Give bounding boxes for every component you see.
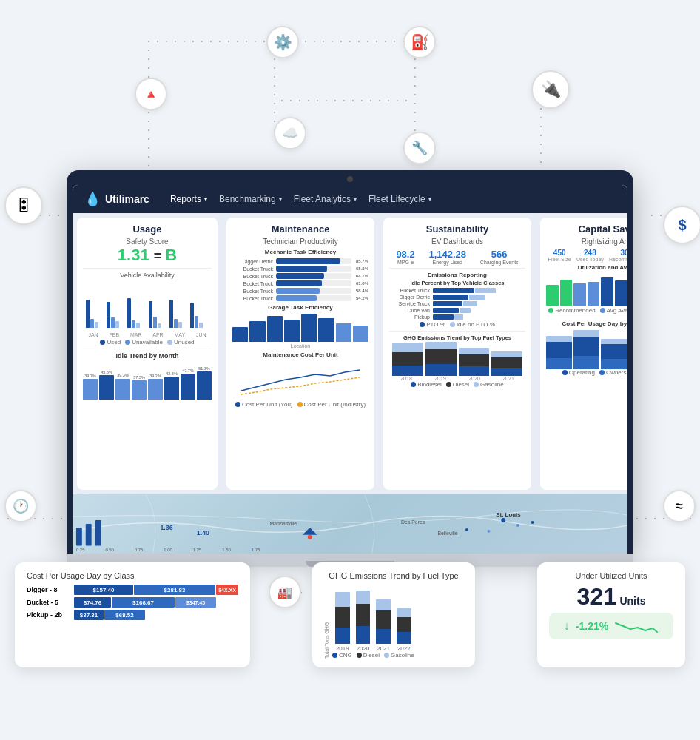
garage-efficiency-chart <box>232 312 368 342</box>
month-labels: JANFEBMARAPRMAYJUN <box>83 332 212 337</box>
charging-label: Charging Events <box>480 260 519 265</box>
ghg-year-labels: 2018201920202021 <box>389 376 525 381</box>
energy-label: Energy Used <box>428 260 466 265</box>
svg-rect-8 <box>76 528 82 546</box>
svg-rect-9 <box>86 524 92 546</box>
dashboard-icon: 🎛 <box>4 186 43 225</box>
nav-chevron2: ▾ <box>279 196 282 203</box>
cost-row-bucket: Bucket - 5 $74.76 $166.67 $347.45 <box>27 597 238 608</box>
idle-trend-label: Idle Trend by Month <box>83 352 212 360</box>
cost-row-digger: Digger - 8 $157.40 $281.83 $4X.XX <box>27 585 238 595</box>
bottom-section: Cost Per Usage Day by Class Digger - 8 $… <box>0 562 700 667</box>
svg-text:1.75: 1.75 <box>252 548 260 553</box>
ghg-card-legend: CNG Diesel Gasoline <box>332 652 414 659</box>
nav-benchmarking[interactable]: Benchmarking ▾ <box>219 194 282 204</box>
cost-card-title: Cost Per Usage Day by Class <box>27 571 238 580</box>
ev-stats: 98.2 MPG-e 1,142.28 Energy Used 566 Char… <box>389 249 525 265</box>
svg-text:0.75: 0.75 <box>135 548 144 553</box>
garage-title: Garage Task Efficiency <box>232 304 368 311</box>
underutil-pct: -1.21% <box>576 620 608 632</box>
util-title: Utilization and Availability <box>546 264 627 271</box>
svg-text:1.40: 1.40 <box>197 529 209 536</box>
maintenance-title: Maintenance <box>232 223 368 235</box>
nav-links[interactable]: Reports ▾ Benchmarking ▾ Fleet Analytics… <box>170 194 431 204</box>
maintenance-panel: Maintenance Technician Productivity Mech… <box>226 218 374 490</box>
laptop-display: 💧 Utilimarc Reports ▾ Benchmarking ▾ Fle… <box>67 170 633 567</box>
cost-class-legend: Operating Ownership Support <box>546 369 627 376</box>
svg-point-7 <box>531 521 534 524</box>
nav-fleet-analytics[interactable]: Fleet Analytics ▾ <box>294 194 357 204</box>
usage-panel: Usage Safety Score 1.31 = B Vehicle Avai… <box>77 218 218 490</box>
idle-by-class-chart: Bucket Truck Digger Derric <box>389 288 525 320</box>
safety-score-value: 1.31 = B <box>83 246 212 265</box>
sustainability-panel: Sustainability EV Dashboards 98.2 MPG-e … <box>383 218 531 490</box>
ghg-trend-title: GHG Emissions Trend by Top Fuel Types <box>389 334 525 341</box>
cost-by-class-title: Cost Per Usage Day by Vehicle Class <box>546 320 627 327</box>
ev-dashboard-label: EV Dashboards <box>389 238 525 246</box>
pto-legend: PTO % Idle no PTO % <box>389 321 525 328</box>
safety-score-label: Safety Score <box>83 238 212 246</box>
nav-chevron4: ▾ <box>428 196 431 203</box>
util-legend: Recommended Avg Available Avg Down <box>546 307 627 314</box>
mechanic-efficiency-chart: Digger Derric 85.7% Bucket Truck 68.3% B… <box>232 258 368 301</box>
ghg-card-title: GHG Emissions Trend by Fuel Type <box>324 571 463 580</box>
clock-icon: 🕐 <box>4 490 37 522</box>
svg-point-5 <box>516 524 519 527</box>
svg-text:St. Louis: St. Louis <box>496 511 521 518</box>
camera-dot <box>347 176 353 182</box>
svg-text:Des Peres: Des Peres <box>401 519 425 525</box>
svg-point-21 <box>308 535 312 539</box>
mechanic-title: Mechanic Task Efficiency <box>232 249 368 255</box>
ghg-legend: Biodiesel Diesel Gasoline <box>389 381 525 388</box>
engine-icon: ⚙️ <box>266 26 299 58</box>
dollar-icon: $ <box>663 206 700 244</box>
cone-icon: 🔺 <box>135 78 167 110</box>
svg-text:1.50: 1.50 <box>222 548 231 553</box>
svg-text:1.36: 1.36 <box>160 524 172 531</box>
idle-trend-chart: 39.7% 45.8% 39.3% 37.3% 39.2% 42.8% 47.7… <box>83 363 212 400</box>
logo-text: Utilimarc <box>105 193 149 205</box>
svg-text:0.25: 0.25 <box>76 548 85 553</box>
nav-chevron3: ▾ <box>354 196 357 203</box>
cost-by-class-card: Cost Per Usage Day by Class Digger - 8 $… <box>15 562 250 667</box>
capital-savings-panel: Capital Savings Rightsizing Analysis 450… <box>540 218 627 490</box>
maintenance-cost-chart <box>232 361 368 398</box>
cost-by-class-chart <box>546 329 627 369</box>
mpge-label: MPG-e <box>396 260 414 265</box>
cost-row-pickup: Pickup - 2b $37.31 $68.52 <box>27 610 238 620</box>
avail-legend: Used Unavailable Unused <box>83 339 212 346</box>
cost-per-unit-title: Maintenance Cost Per Unit <box>232 352 368 358</box>
tech-productivity-label: Technician Productivity <box>232 238 368 246</box>
svg-point-6 <box>488 530 491 533</box>
svg-text:Marthasville: Marthasville <box>269 521 297 526</box>
trend-line-chart <box>614 617 659 635</box>
logo: 💧 Utilimarc <box>84 191 149 207</box>
map-strip: St. Louis Belleville Des Peres 0.2 <box>73 494 627 554</box>
underutil-value-block: 321 Units <box>549 585 673 608</box>
nav-bar: 💧 Utilimarc Reports ▾ Benchmarking ▾ Fle… <box>73 185 627 213</box>
vehicle-availability-chart <box>83 283 212 328</box>
cost-legend: Cost Per Unit (You) Cost Per Unit (Indus… <box>232 401 368 408</box>
down-arrow-icon: ↓ <box>564 619 570 633</box>
nav-chevron: ▾ <box>204 196 207 203</box>
vehicle-avail-label: Vehicle Availability <box>83 272 212 279</box>
ghg-y-axis-label: Total Tons GHG <box>324 585 329 659</box>
fleet-size-value: 450 <box>548 249 571 257</box>
nav-fleet-lifecycle[interactable]: Fleet Lifecycle ▾ <box>368 194 431 204</box>
mpge-value: 98.2 <box>396 249 414 260</box>
used-today-label: Used Today <box>576 257 604 262</box>
fleet-size-label: Fleet Size <box>548 257 571 262</box>
ghg-year-labels-bottom: 2019202020212022 <box>332 645 414 652</box>
util-chart <box>546 272 627 306</box>
emissions-label: Emissions Reporting <box>389 272 525 278</box>
energy-value: 1,142.28 <box>428 249 466 260</box>
svg-point-4 <box>465 528 468 531</box>
wrench-icon: 🔧 <box>403 132 436 164</box>
underutil-number: 321 <box>577 583 616 610</box>
svg-point-3 <box>501 518 505 522</box>
idle-by-class-title: Idle Percent by Top Vehicle Classes <box>389 280 525 286</box>
ev-icon: 🔌 <box>531 70 570 109</box>
nav-reports[interactable]: Reports ▾ <box>170 194 207 204</box>
fuel-icon: ⛽ <box>403 26 436 58</box>
svg-rect-10 <box>95 520 101 546</box>
